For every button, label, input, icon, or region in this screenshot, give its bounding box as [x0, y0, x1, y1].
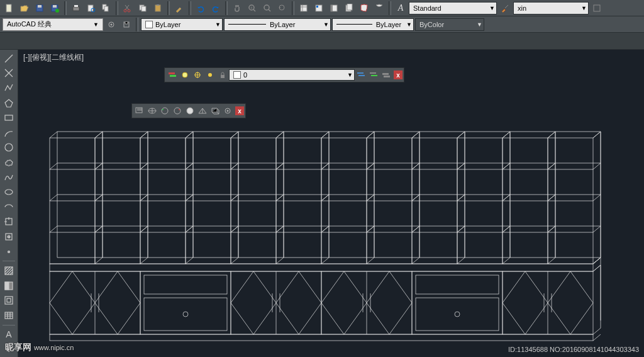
sheet-set-icon[interactable]	[342, 1, 356, 15]
saveas-icon[interactable]	[48, 1, 62, 15]
polyline-icon[interactable]	[1, 81, 16, 95]
main-toolbar-row2: AutoCAD 经典 ▼ ByLayer ▼ ByLayer ▼ ByLayer…	[0, 16, 644, 33]
design-center-icon[interactable]	[312, 1, 326, 15]
svg-rect-7	[74, 5, 78, 7]
watermark-id: ID:11345688 NO:20160908141044303343	[508, 346, 639, 353]
redo-icon[interactable]	[209, 1, 223, 15]
match-props-icon[interactable]	[172, 1, 186, 15]
textstyle-value: Standard	[413, 4, 441, 12]
svg-point-35	[5, 144, 13, 151]
linetype-value: ByLayer	[270, 21, 295, 28]
cut-icon[interactable]	[121, 1, 135, 15]
table-icon[interactable]	[1, 309, 16, 322]
svg-line-98	[593, 132, 601, 138]
svg-point-5	[55, 9, 59, 13]
point-icon[interactable]	[1, 245, 16, 259]
chevron-down-icon: ▼	[318, 21, 329, 28]
plotstyle-dropdown[interactable]: ByColor ▼	[415, 18, 484, 31]
svg-rect-11	[104, 6, 108, 11]
pan-icon[interactable]	[230, 1, 244, 15]
region-icon[interactable]	[1, 294, 16, 308]
plotstyle-value: ByColor	[419, 21, 444, 28]
zoom-prev-icon[interactable]	[275, 1, 289, 15]
line-icon[interactable]	[1, 52, 16, 65]
linetype-preview	[228, 24, 266, 25]
properties-icon[interactable]	[297, 1, 311, 15]
ray-icon[interactable]	[1, 67, 16, 81]
workspace-dropdown[interactable]: AutoCAD 经典 ▼	[3, 18, 103, 31]
svg-rect-15	[142, 6, 146, 11]
paintbrush-icon[interactable]	[498, 1, 512, 15]
svg-rect-26	[331, 5, 333, 11]
zoom-realtime-icon[interactable]: ±	[245, 1, 259, 15]
paste-icon[interactable]	[151, 1, 165, 15]
textstyle-dropdown[interactable]: Standard ▼	[409, 2, 497, 14]
lineweight-dropdown[interactable]: ByLayer ▼	[332, 18, 414, 31]
publish-icon[interactable]	[99, 1, 113, 15]
svg-rect-28	[347, 4, 352, 10]
linetype-dropdown[interactable]: ByLayer ▼	[224, 18, 331, 31]
lineweight-value: ByLayer	[376, 21, 401, 28]
chevron-down-icon: ▼	[401, 21, 412, 28]
copy-icon[interactable]	[136, 1, 150, 15]
svg-rect-24	[316, 6, 318, 8]
print-preview-icon[interactable]	[84, 1, 98, 15]
rectangle-icon[interactable]	[1, 111, 16, 125]
ellipse-icon[interactable]	[1, 185, 16, 199]
mtext-icon[interactable]: A	[1, 328, 16, 342]
chevron-down-icon: ▼	[472, 21, 482, 28]
layer-color-dropdown[interactable]: ByLayer ▼	[141, 18, 223, 31]
svg-rect-101	[50, 264, 593, 271]
svg-rect-6	[73, 7, 79, 11]
insert-block-icon[interactable]	[1, 215, 16, 229]
svg-line-108	[593, 334, 601, 341]
undo-icon[interactable]	[194, 1, 208, 15]
workspace-gear-icon[interactable]	[104, 18, 118, 31]
svg-rect-45	[7, 298, 11, 302]
polygon-icon[interactable]	[1, 96, 16, 110]
layer-color-value: ByLayer	[155, 21, 180, 28]
svg-point-39	[8, 235, 10, 238]
arc-icon[interactable]	[1, 126, 16, 140]
circle-icon[interactable]	[1, 141, 16, 155]
save-icon[interactable]	[33, 1, 47, 15]
ellipse-arc-icon[interactable]	[1, 200, 16, 214]
main-toolbar-row1: ± A Standard ▼ xin ▼	[0, 0, 644, 16]
draw-toolbar: A	[0, 50, 18, 357]
workspace-save-icon[interactable]	[119, 18, 133, 31]
print-icon[interactable]	[69, 1, 83, 15]
new-file-icon[interactable]	[3, 1, 16, 15]
svg-point-40	[8, 251, 10, 252]
svg-line-102	[593, 258, 601, 264]
textstyle-A-icon[interactable]: A	[394, 1, 408, 15]
svg-rect-2	[38, 5, 42, 8]
svg-text:±: ±	[250, 6, 253, 9]
hatch-icon[interactable]	[1, 264, 16, 278]
open-file-icon[interactable]	[18, 1, 31, 15]
svg-rect-29	[594, 5, 600, 11]
tool-palettes-icon[interactable]	[327, 1, 341, 15]
anno-toggle-icon[interactable]	[590, 1, 604, 15]
chevron-down-icon: ▼	[484, 5, 495, 11]
svg-point-31	[111, 23, 113, 25]
markup-icon[interactable]	[357, 1, 371, 15]
annostyle-value: xin	[518, 4, 526, 12]
drawing-wireframe	[18, 50, 644, 357]
zoom-window-icon[interactable]	[260, 1, 274, 15]
svg-line-105	[593, 328, 601, 334]
make-block-icon[interactable]	[1, 230, 16, 244]
lineweight-preview	[336, 24, 372, 25]
quickcalc-icon[interactable]	[372, 1, 386, 15]
spline-icon[interactable]	[1, 171, 16, 184]
svg-rect-22	[301, 5, 307, 11]
color-swatch	[145, 21, 153, 28]
revcloud-icon[interactable]	[1, 156, 16, 169]
gradient-icon[interactable]	[1, 279, 16, 293]
annostyle-dropdown[interactable]: xin ▼	[513, 2, 589, 14]
workspace-value: AutoCAD 经典	[7, 20, 52, 29]
chevron-down-icon: ▼	[576, 5, 587, 11]
svg-line-104	[593, 265, 601, 271]
svg-point-20	[264, 5, 269, 10]
watermark-brand: 昵享网 www.nipic.cn	[5, 342, 74, 353]
drawing-canvas[interactable]: [-][俯视][二维线框] 0 ▼ x x	[18, 50, 644, 357]
